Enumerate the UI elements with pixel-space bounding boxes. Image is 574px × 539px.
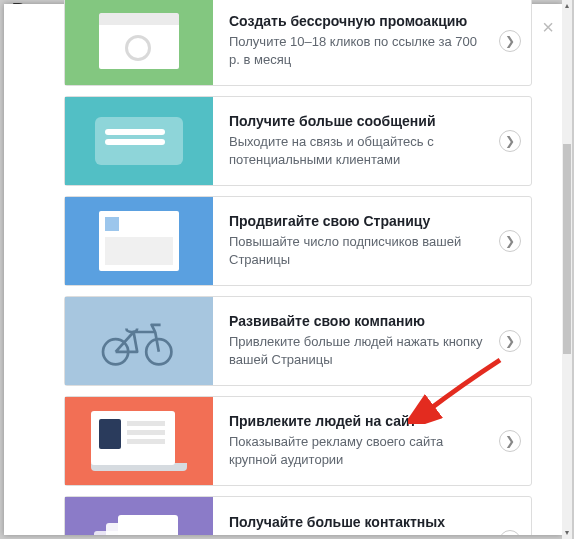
card-title: Продвигайте свою Страницу [229,213,491,229]
card-body: Продвигайте свою Страницу Повышайте числ… [213,197,531,285]
scroll-up-icon[interactable]: ▴ [563,1,571,11]
card-desc: Привлеките больше людей нажать кнопку ва… [229,333,491,368]
bicycle-icon [65,297,213,385]
chevron-right-icon: ❯ [499,30,521,52]
close-icon[interactable]: × [542,16,554,39]
card-body: Создать бессрочную промоакцию Получите 1… [213,0,531,85]
promote-card-messages[interactable]: Получите больше сообщений Выходите на св… [64,96,532,186]
chat-bubble-icon [65,97,213,185]
card-desc: Повышайте число подписчиков вашей Страни… [229,233,491,268]
card-title: Развивайте свою компанию [229,313,491,329]
promote-card-business[interactable]: Развивайте свою компанию Привлеките боль… [64,296,532,386]
card-desc: Показывайте рекламу своего сайта крупной… [229,433,491,468]
browser-refresh-icon [65,0,213,85]
promote-card-website[interactable]: Привлеките людей на сайт Показывайте рек… [64,396,532,486]
chevron-right-icon: ❯ [499,130,521,152]
card-title: Привлеките людей на сайт [229,413,491,429]
card-body: Развивайте свою компанию Привлеките боль… [213,297,531,385]
card-body: Привлеките людей на сайт Показывайте рек… [213,397,531,485]
chevron-right-icon: ❯ [499,330,521,352]
laptop-ad-icon [65,397,213,485]
card-title: Создать бессрочную промоакцию [229,13,491,29]
card-body: Получайте больше контактных данных от св… [213,497,531,535]
card-desc: Получите 10–18 кликов по ссылке за 700 р… [229,33,491,68]
post-preview-icon [65,197,213,285]
promote-modal: × Создать бессрочную промоакцию Получите… [4,4,562,535]
promote-card-permanent-promo[interactable]: Создать бессрочную промоакцию Получите 1… [64,0,532,86]
promote-card-leads[interactable]: Получайте больше контактных данных от св… [64,496,532,535]
promote-option-list: Создать бессрочную промоакцию Получите 1… [64,0,532,535]
promote-card-page[interactable]: Продвигайте свою Страницу Повышайте числ… [64,196,532,286]
card-desc: Выходите на связь и общайтесь с потенциа… [229,133,491,168]
scroll-down-icon[interactable]: ▾ [563,528,571,538]
card-title: Получите больше сообщений [229,113,491,129]
card-body: Получите больше сообщений Выходите на св… [213,97,531,185]
scrollbar-track[interactable]: ▴ ▾ [562,0,572,539]
chevron-right-icon: ❯ [499,430,521,452]
contact-cards-icon [65,497,213,535]
card-title: Получайте больше контактных данных от св… [229,514,491,535]
chevron-right-icon: ❯ [499,230,521,252]
scrollbar-thumb[interactable] [563,144,571,354]
